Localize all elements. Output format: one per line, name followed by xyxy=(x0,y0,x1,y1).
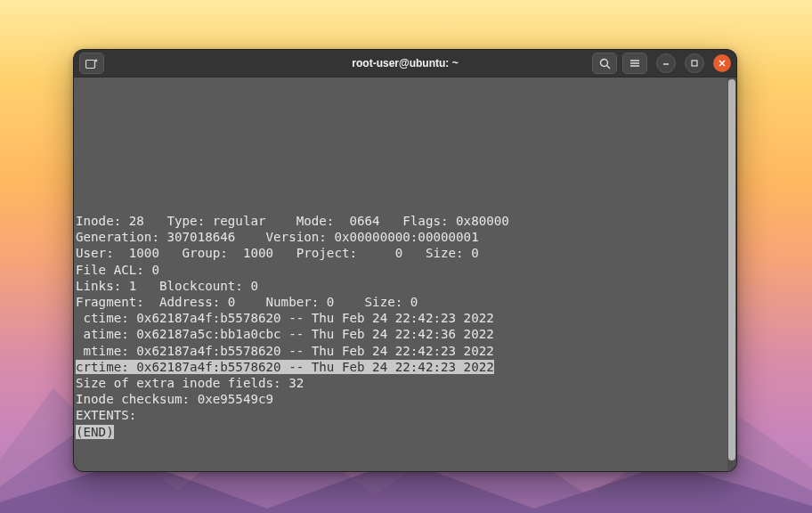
minimize-icon xyxy=(662,59,670,68)
maximize-button[interactable] xyxy=(685,53,704,73)
svg-rect-9 xyxy=(692,61,697,66)
output-line: Inode checksum: 0xe95549c9 xyxy=(76,391,726,407)
output-line: File ACL: 0 xyxy=(76,262,726,278)
output-line: mtime: 0x62187a4f:b5578620 -- Thu Feb 24… xyxy=(76,343,726,359)
pager-end-marker: (END) xyxy=(76,425,114,439)
terminal-window: root-user@ubuntu: ~ xyxy=(73,49,737,472)
output-line: crtime: 0x62187a4f:b5578620 -- Thu Feb 2… xyxy=(76,359,726,375)
terminal-output: Inode: 28 Type: regular Mode: 0664 Flags… xyxy=(74,77,727,472)
output-line: User: 1000 Group: 1000 Project: 0 Size: … xyxy=(76,245,726,261)
scrollbar-thumb[interactable] xyxy=(728,79,735,460)
new-tab-button[interactable] xyxy=(79,53,104,74)
output-line: Generation: 307018646 Version: 0x0000000… xyxy=(76,229,726,245)
output-line: (END) xyxy=(76,424,726,440)
svg-point-3 xyxy=(600,59,607,66)
terminal-body[interactable]: Inode: 28 Type: regular Mode: 0664 Flags… xyxy=(74,77,736,472)
output-line: Size of extra inode fields: 32 xyxy=(76,375,726,391)
output-line: Fragment: Address: 0 Number: 0 Size: 0 xyxy=(76,294,726,310)
minimize-button[interactable] xyxy=(656,53,676,73)
scrollbar[interactable] xyxy=(727,77,736,472)
menu-button[interactable] xyxy=(622,53,647,74)
output-line: Inode: 28 Type: regular Mode: 0664 Flags… xyxy=(76,213,726,229)
output-line: atime: 0x62187a5c:bb1a0cbc -- Thu Feb 24… xyxy=(76,326,726,342)
hamburger-icon xyxy=(629,58,641,69)
search-icon xyxy=(599,58,611,69)
search-button[interactable] xyxy=(592,53,617,74)
close-icon xyxy=(718,59,727,68)
new-tab-icon xyxy=(85,58,98,69)
highlighted-crtime: crtime: 0x62187a4f:b5578620 -- Thu Feb 2… xyxy=(76,360,494,374)
maximize-icon xyxy=(690,59,699,68)
titlebar: root-user@ubuntu: ~ xyxy=(74,50,736,77)
output-line: EXTENTS: xyxy=(76,407,726,423)
output-line: Links: 1 Blockcount: 0 xyxy=(76,278,726,294)
svg-rect-0 xyxy=(86,61,95,69)
close-button[interactable] xyxy=(713,54,731,72)
svg-line-4 xyxy=(606,65,610,69)
output-line: ctime: 0x62187a4f:b5578620 -- Thu Feb 24… xyxy=(76,310,726,326)
